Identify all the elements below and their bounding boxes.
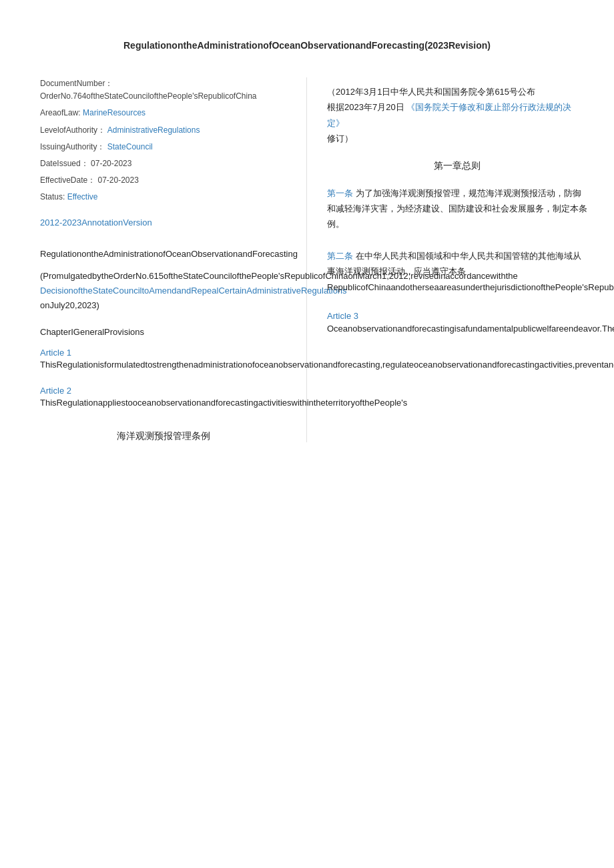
right-article1-block: 第一条 为了加强海洋观测预报管理，规范海洋观测预报活动，防御和减轻海洋灾害，为经… (327, 185, 587, 232)
level-of-authority-link[interactable]: AdministrativeRegulations (107, 125, 200, 135)
date-issued-label: DateIssued： (40, 159, 89, 168)
promulgation-line2: onJuly20,2023) (40, 300, 99, 310)
right-intro-line2-text: 根据2023年7月20日 (327, 102, 404, 112)
right-column: （2012年3月1日中华人民共和国国务院令第615号公布 根据2023年7月20… (307, 77, 614, 442)
page-container: RegulationontheAdministrationofOceanObse… (0, 0, 614, 868)
main-title: RegulationontheAdministrationofOceanObse… (0, 40, 614, 51)
left-column: DocumentNumber： OrderNo.764oftheStateCou… (0, 77, 307, 442)
right-article3-text: Oceanobservationandforecastingisafundame… (327, 324, 614, 334)
doc-number-row: DocumentNumber： OrderNo.764oftheStateCou… (40, 77, 286, 103)
issuing-authority-label: IssuingAuthority： (40, 142, 105, 151)
level-of-authority-row: LevelofAuthority： AdministrativeRegulati… (40, 124, 286, 137)
area-of-law-label: AreaofLaw: (40, 108, 81, 117)
right-intro-line1: （2012年3月1日中华人民共和国国务院令第615号公布 (327, 84, 587, 99)
right-intro-line3: 修订） (327, 131, 587, 146)
doc-number-label: DocumentNumber： (40, 79, 113, 88)
level-of-authority-label: LevelofAuthority： (40, 125, 105, 135)
two-column-layout: DocumentNumber： OrderNo.764oftheStateCou… (0, 77, 614, 442)
issuing-authority-link[interactable]: StateCouncil (107, 142, 153, 151)
right-intro-line2: 根据2023年7月20日 《国务院关于修改和废止部分行政法规的决定》 (327, 99, 587, 131)
right-chapter-heading: 第一章总则 (327, 160, 587, 172)
right-article1-label: 第一条 (327, 188, 353, 198)
right-article1-text: 为了加强海洋观测预报管理，规范海洋观测预报活动，防御和减轻海洋灾害，为经济建设、… (327, 188, 587, 230)
status-value[interactable]: Effective (67, 192, 98, 201)
article1-label: Article 1 (40, 348, 71, 358)
footer-title: 海洋观测预报管理条例 (40, 430, 286, 442)
promulgation-link[interactable]: DecisionoftheStateCounciltoAmendandRepea… (40, 286, 347, 296)
status-label: Status: (40, 192, 65, 201)
doc-title: RegulationontheAdministrationofOceanObse… (40, 248, 286, 262)
main-title-text: RegulationontheAdministrationofOceanObse… (123, 40, 491, 51)
area-of-law-link[interactable]: MarineResources (83, 108, 145, 117)
area-of-law-row: AreaofLaw: MarineResources (40, 107, 286, 119)
status-row: Status: Effective (40, 191, 286, 203)
right-article3-label: Article 3 (327, 311, 358, 321)
doc-promulgation: (PromulgatedbytheOrderNo.615oftheStateCo… (40, 269, 286, 313)
chapter-heading: ChapterIGeneralProvisions (40, 327, 286, 337)
doc-section: RegulationontheAdministrationofOceanObse… (40, 248, 286, 314)
annotation-link[interactable]: 2012-2023AnnotationVersion (40, 218, 286, 228)
article2-label: Article 2 (40, 386, 71, 396)
effective-date-value: 07-20-2023 (98, 175, 139, 185)
article2-block: Article 2 ThisRegulationappliestooceanob… (40, 386, 286, 410)
doc-number-value: OrderNo.764oftheStateCouncilofthePeople'… (40, 91, 257, 101)
right-article2-text2: RepublicofChinaandotherseaareasunderthej… (327, 280, 587, 295)
metadata-section: DocumentNumber： OrderNo.764oftheStateCou… (40, 77, 286, 204)
date-issued-value: 07-20-2023 (91, 159, 131, 168)
right-article2-block: 第二条 在中华人民共和国领域和中华人民共和国管辖的其他海域从事海洋观测预报活动，… (327, 248, 587, 295)
right-article2-label: 第二条 (327, 251, 353, 261)
date-issued-row: DateIssued： 07-20-2023 (40, 157, 286, 170)
effective-date-label: EffectiveDate： (40, 175, 95, 185)
right-article3-block: Article 3 Oceanobservationandforecasting… (327, 311, 587, 336)
issuing-authority-row: IssuingAuthority： StateCouncil (40, 141, 286, 153)
right-article2-text: 在中华人民共和国领域和中华人民共和国管辖的其他海域从事海洋观测预报活动，应当遵守… (327, 251, 581, 276)
article1-block: Article 1 ThisRegulationisformulatedtost… (40, 348, 286, 372)
right-intro: （2012年3月1日中华人民共和国国务院令第615号公布 根据2023年7月20… (327, 77, 587, 147)
effective-date-row: EffectiveDate： 07-20-2023 (40, 174, 286, 187)
